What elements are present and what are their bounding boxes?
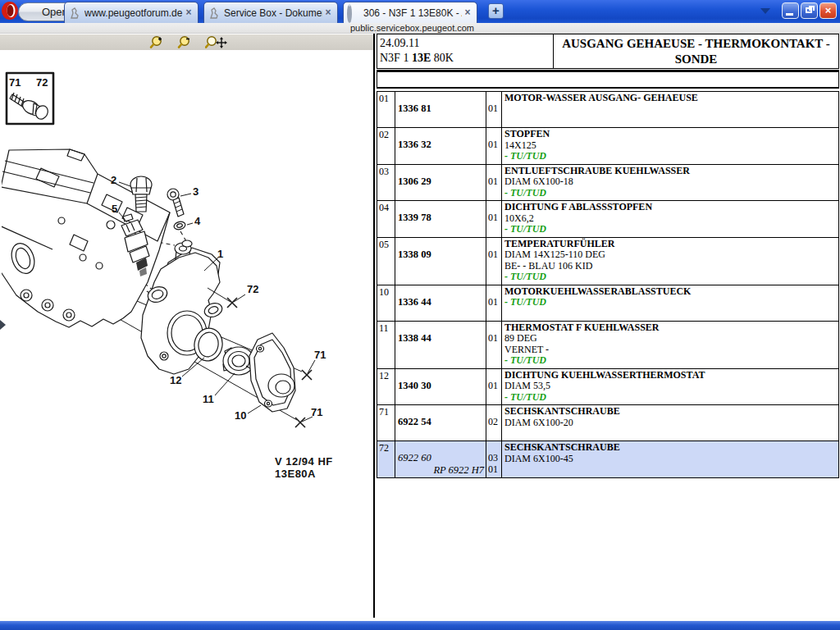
part-number: 1306 29 — [398, 176, 486, 188]
item-ref: 02 — [377, 128, 395, 164]
exploded-diagram[interactable]: 71 72 2 3 4 5 1 72 12 11 10 71 71 — [2, 51, 372, 477]
description-line: DIAM 6X100-18 — [504, 176, 838, 188]
tab-peugeotforum[interactable]: www.peugeotforum.de •... × — [64, 2, 199, 23]
description-cell: THERMOSTAT F KUEHLWASSER89 DEGVERNET -- … — [502, 322, 838, 368]
window-bottom-border — [0, 621, 840, 630]
minimize-button[interactable] — [782, 2, 799, 19]
description-cell: DICHTUNG KUEHLWASSERTHERMOSTATDIAM 53,5-… — [502, 369, 838, 405]
description-line: 10X6,2 — [504, 213, 838, 225]
part-number: 1340 30 — [398, 380, 486, 392]
inset-label-71: 71 — [9, 76, 21, 89]
table-row[interactable]: 11 1338 44 01 THERMOSTAT F KUEHLWASSER89… — [377, 322, 838, 369]
zoom-out-icon[interactable] — [177, 35, 192, 49]
part-number-cell: 1336 81 — [395, 92, 486, 127]
table-row[interactable]: 10 1336 44 01 MOTORKUEHLWASSERABLASSTUEC… — [377, 285, 838, 322]
part-number: 6922 60 — [398, 452, 486, 464]
separator-band — [377, 70, 839, 89]
part-number: 1336 32 — [398, 139, 486, 151]
tab-close-icon[interactable]: × — [322, 7, 334, 19]
description-line: 14X125 — [504, 140, 838, 152]
quantity: 01 — [488, 212, 501, 223]
page-domain: public.servicebox.peugeot.com — [350, 23, 474, 33]
zoom-in-icon[interactable] — [149, 35, 164, 49]
part-number-cell: 1338 44 — [395, 322, 486, 368]
table-row[interactable]: 03 1306 29 01 ENTLUEFTSCHRAUBE KUEHLWASS… — [377, 165, 838, 202]
quantity: 01 — [488, 332, 501, 344]
quantity-cell: 01 — [486, 201, 502, 237]
description-line: DICHTUNG F ABLASSSTOPFEN — [504, 202, 838, 213]
description-line: STOPFEN — [504, 129, 838, 140]
inset-label-72: 72 — [36, 76, 48, 89]
quantity: 01 — [488, 249, 501, 260]
description-cell: STOPFEN14X125- TU/TUD — [502, 128, 838, 164]
description-line: DIAM 6X100-45 — [504, 454, 838, 465]
quantity-cell: 01 — [486, 238, 502, 285]
callout-72: 72 — [247, 283, 258, 295]
chevron-down-icon[interactable] — [760, 8, 770, 14]
description-cell: ENTLUEFTSCHRAUBE KUEHLWASSERDIAM 6X100-1… — [502, 165, 838, 201]
zoom-pan-icon[interactable] — [205, 35, 228, 49]
description-line: ENTLUEFTSCHRAUBE KUEHLWASSER — [504, 166, 838, 177]
quantity: 03 — [488, 452, 501, 463]
titlebar: Opera www.peugeotforum.de •... × Service… — [0, 0, 840, 23]
description-cell: SECHSKANTSCHRAUBEDIAM 6X100-20 — [502, 405, 838, 441]
description-line: THERMOSTAT F KUEHLWASSER — [504, 322, 838, 334]
item-ref: 72 — [377, 441, 395, 477]
table-row[interactable]: 01 1336 81 01 MOTOR-WASSER AUSGANG- GEHA… — [377, 92, 838, 128]
part-number-cell: 1336 44 — [395, 285, 486, 321]
restore-button[interactable] — [801, 2, 818, 19]
callout-4: 4 — [194, 215, 201, 227]
quantity-cell: 01 — [486, 92, 502, 127]
description-line: - TU/TUD — [504, 188, 838, 199]
table-row[interactable]: 02 1336 32 01 STOPFEN14X125- TU/TUD — [377, 128, 838, 165]
table-row[interactable]: 72 6922 60 RP 6922 H7 03 01 SECHSKANTSCH… — [377, 441, 838, 477]
tab-306-parts[interactable]: 306 - N3F 1 13E80K - AU... × — [343, 2, 477, 23]
parts-header: 24.09.11 N3F 1 13E 80K AUSGANG GEHAEUSE … — [377, 34, 839, 69]
table-row[interactable]: 71 6922 54 02 SECHSKANTSCHRAUBEDIAM 6X10… — [377, 405, 838, 441]
item-ref: 03 — [377, 165, 395, 201]
catalog-date: 24.09.11 — [380, 36, 553, 51]
item-ref: 01 — [377, 92, 395, 127]
panel-expand-arrow-icon[interactable] — [0, 320, 6, 330]
part-number-cell: 1336 32 — [395, 128, 486, 164]
diagram-toolbar — [0, 34, 373, 50]
part-number: 1338 09 — [398, 249, 486, 261]
part-number-cell: 6922 54 — [395, 405, 486, 441]
diagram-pane: 71 72 2 3 4 5 1 72 12 11 10 71 71 V 12/9… — [0, 34, 375, 618]
tab-close-icon[interactable]: × — [183, 7, 194, 19]
description-line: - TU/TUD — [504, 392, 838, 404]
description-line: MOTORKUEHLWASSERABLASSTUECK — [504, 286, 838, 298]
description-cell: DICHTUNG F ABLASSSTOPFEN10X6,2- TU/TUD — [502, 201, 838, 237]
table-row[interactable]: 04 1339 78 01 DICHTUNG F ABLASSSTOPFEN10… — [377, 201, 838, 238]
description-line: - TU/TUD — [504, 224, 838, 235]
description-cell: MOTORKUEHLWASSERABLASSTUECK- TU/TUD — [502, 285, 838, 321]
callout-3: 3 — [193, 185, 199, 198]
part-number: 1338 44 — [398, 332, 486, 345]
table-row[interactable]: 12 1340 30 01 DICHTUNG KUEHLWASSERTHERMO… — [377, 369, 838, 406]
table-row[interactable]: 05 1338 09 01 TEMPERATURFÜHLERDIAM 14X12… — [377, 238, 838, 285]
quantity: 01 — [488, 176, 501, 187]
page-content: 71 72 2 3 4 5 1 72 12 11 10 71 71 V 12/9… — [0, 34, 840, 618]
item-ref: 11 — [377, 322, 395, 368]
quantity-cell: 01 — [486, 322, 502, 368]
description-line: 89 DEG — [504, 333, 838, 345]
diagram-caption: V 12/94 HF 13E80A — [275, 455, 373, 480]
description-line: SECHSKANTSCHRAUBE — [504, 406, 838, 418]
part-number: 6922 54 — [398, 416, 486, 428]
quantity: 01 — [488, 380, 501, 391]
quantity-cell: 01 — [486, 285, 502, 321]
tab-close-icon[interactable]: × — [462, 7, 473, 19]
callout-71a: 71 — [314, 349, 326, 361]
description-line: MOTOR-WASSER AUSGANG- GEHAEUSE — [504, 93, 838, 104]
description-line: SECHSKANTSCHRAUBE — [504, 442, 838, 454]
tab-title: www.peugeotforum.de •... — [84, 7, 183, 19]
item-ref: 05 — [377, 238, 395, 285]
new-tab-button[interactable]: + — [488, 3, 504, 19]
quantity: 01 — [488, 103, 501, 114]
tab-servicebox-doku[interactable]: Service Box - Dokumenta... × — [203, 2, 338, 23]
part-number: 1336 44 — [398, 296, 486, 308]
part-number-cell: 1340 30 — [395, 369, 486, 405]
parts-pane: 24.09.11 N3F 1 13E 80K AUSGANG GEHAEUSE … — [377, 34, 840, 618]
close-button[interactable]: × — [819, 2, 837, 19]
quantity-cell: 01 — [486, 128, 502, 164]
